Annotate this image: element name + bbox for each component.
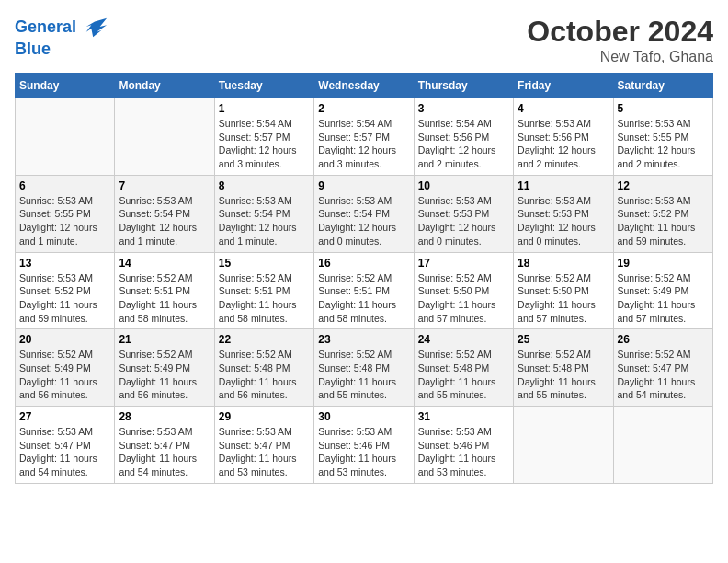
weekday-header: Monday bbox=[115, 74, 214, 98]
title-block: October 2024 New Tafo, Ghana bbox=[527, 15, 713, 65]
day-info: Sunrise: 5:53 AM Sunset: 5:55 PM Dayligh… bbox=[19, 194, 110, 248]
day-info: Sunrise: 5:53 AM Sunset: 5:56 PM Dayligh… bbox=[518, 117, 609, 171]
calendar-cell: 29Sunrise: 5:53 AM Sunset: 5:47 PM Dayli… bbox=[214, 407, 313, 484]
calendar-cell: 3Sunrise: 5:54 AM Sunset: 5:56 PM Daylig… bbox=[414, 98, 513, 176]
calendar-week-row: 1Sunrise: 5:54 AM Sunset: 5:57 PM Daylig… bbox=[16, 98, 713, 176]
calendar-week-row: 13Sunrise: 5:53 AM Sunset: 5:52 PM Dayli… bbox=[16, 252, 713, 329]
calendar-cell: 19Sunrise: 5:52 AM Sunset: 5:49 PM Dayli… bbox=[613, 252, 712, 329]
day-info: Sunrise: 5:53 AM Sunset: 5:47 PM Dayligh… bbox=[219, 425, 310, 479]
day-number: 26 bbox=[618, 333, 709, 346]
day-number: 31 bbox=[418, 410, 509, 423]
weekday-header: Saturday bbox=[613, 74, 712, 98]
day-number: 25 bbox=[518, 333, 609, 346]
day-info: Sunrise: 5:52 AM Sunset: 5:48 PM Dayligh… bbox=[518, 348, 609, 402]
day-info: Sunrise: 5:53 AM Sunset: 5:47 PM Dayligh… bbox=[119, 425, 210, 479]
day-info: Sunrise: 5:52 AM Sunset: 5:48 PM Dayligh… bbox=[418, 348, 509, 402]
calendar-cell: 23Sunrise: 5:52 AM Sunset: 5:48 PM Dayli… bbox=[314, 329, 414, 407]
calendar-cell: 31Sunrise: 5:53 AM Sunset: 5:46 PM Dayli… bbox=[414, 407, 513, 484]
day-number: 3 bbox=[418, 102, 509, 115]
day-number: 6 bbox=[19, 179, 110, 192]
calendar-cell: 21Sunrise: 5:52 AM Sunset: 5:49 PM Dayli… bbox=[115, 329, 214, 407]
day-info: Sunrise: 5:52 AM Sunset: 5:48 PM Dayligh… bbox=[318, 348, 409, 402]
calendar-cell: 5Sunrise: 5:53 AM Sunset: 5:55 PM Daylig… bbox=[613, 98, 712, 176]
month-title: October 2024 bbox=[527, 15, 713, 49]
day-info: Sunrise: 5:53 AM Sunset: 5:53 PM Dayligh… bbox=[518, 194, 609, 248]
calendar-cell: 6Sunrise: 5:53 AM Sunset: 5:55 PM Daylig… bbox=[16, 175, 115, 252]
day-number: 19 bbox=[618, 257, 709, 270]
weekday-header: Wednesday bbox=[314, 74, 414, 98]
day-info: Sunrise: 5:52 AM Sunset: 5:50 PM Dayligh… bbox=[518, 271, 609, 326]
day-number: 30 bbox=[318, 410, 409, 423]
calendar-cell: 22Sunrise: 5:52 AM Sunset: 5:48 PM Dayli… bbox=[214, 329, 313, 407]
weekday-row: SundayMondayTuesdayWednesdayThursdayFrid… bbox=[16, 74, 713, 98]
calendar-cell: 26Sunrise: 5:52 AM Sunset: 5:47 PM Dayli… bbox=[613, 329, 712, 407]
weekday-header: Sunday bbox=[16, 74, 115, 98]
day-number: 4 bbox=[518, 102, 609, 115]
day-number: 27 bbox=[19, 410, 110, 423]
day-info: Sunrise: 5:54 AM Sunset: 5:57 PM Dayligh… bbox=[219, 117, 310, 171]
weekday-header: Friday bbox=[514, 74, 613, 98]
day-number: 20 bbox=[19, 333, 110, 346]
day-info: Sunrise: 5:53 AM Sunset: 5:52 PM Dayligh… bbox=[19, 271, 110, 326]
calendar-cell: 17Sunrise: 5:52 AM Sunset: 5:50 PM Dayli… bbox=[414, 252, 513, 329]
logo-blue: Blue bbox=[15, 40, 51, 58]
day-number: 24 bbox=[418, 333, 509, 346]
calendar-week-row: 20Sunrise: 5:52 AM Sunset: 5:49 PM Dayli… bbox=[16, 329, 713, 407]
day-number: 10 bbox=[418, 179, 509, 192]
calendar-table: SundayMondayTuesdayWednesdayThursdayFrid… bbox=[15, 73, 713, 484]
weekday-header: Thursday bbox=[414, 74, 513, 98]
day-number: 1 bbox=[219, 102, 310, 115]
calendar-cell bbox=[115, 98, 214, 176]
day-info: Sunrise: 5:54 AM Sunset: 5:57 PM Dayligh… bbox=[318, 117, 409, 171]
calendar-body: 1Sunrise: 5:54 AM Sunset: 5:57 PM Daylig… bbox=[16, 98, 713, 484]
day-info: Sunrise: 5:52 AM Sunset: 5:47 PM Dayligh… bbox=[618, 348, 709, 402]
calendar-cell: 8Sunrise: 5:53 AM Sunset: 5:54 PM Daylig… bbox=[214, 175, 313, 252]
location-title: New Tafo, Ghana bbox=[527, 49, 713, 65]
logo: General Blue bbox=[15, 15, 108, 59]
day-number: 13 bbox=[19, 257, 110, 270]
day-info: Sunrise: 5:53 AM Sunset: 5:54 PM Dayligh… bbox=[318, 194, 409, 248]
day-info: Sunrise: 5:53 AM Sunset: 5:47 PM Dayligh… bbox=[19, 425, 110, 479]
calendar-cell: 24Sunrise: 5:52 AM Sunset: 5:48 PM Dayli… bbox=[414, 329, 513, 407]
day-info: Sunrise: 5:53 AM Sunset: 5:46 PM Dayligh… bbox=[318, 425, 409, 479]
calendar-cell bbox=[514, 407, 613, 484]
svg-marker-0 bbox=[86, 18, 107, 38]
day-number: 21 bbox=[119, 333, 210, 346]
calendar-cell: 20Sunrise: 5:52 AM Sunset: 5:49 PM Dayli… bbox=[16, 329, 115, 407]
day-info: Sunrise: 5:52 AM Sunset: 5:49 PM Dayligh… bbox=[618, 271, 709, 326]
calendar-cell: 4Sunrise: 5:53 AM Sunset: 5:56 PM Daylig… bbox=[514, 98, 613, 176]
day-number: 17 bbox=[418, 257, 509, 270]
calendar-cell: 30Sunrise: 5:53 AM Sunset: 5:46 PM Dayli… bbox=[314, 407, 414, 484]
day-info: Sunrise: 5:53 AM Sunset: 5:55 PM Dayligh… bbox=[618, 117, 709, 171]
calendar-cell: 1Sunrise: 5:54 AM Sunset: 5:57 PM Daylig… bbox=[214, 98, 313, 176]
calendar-cell: 28Sunrise: 5:53 AM Sunset: 5:47 PM Dayli… bbox=[115, 407, 214, 484]
day-info: Sunrise: 5:53 AM Sunset: 5:52 PM Dayligh… bbox=[618, 194, 709, 248]
day-number: 9 bbox=[318, 179, 409, 192]
day-info: Sunrise: 5:54 AM Sunset: 5:56 PM Dayligh… bbox=[418, 117, 509, 171]
day-number: 15 bbox=[219, 257, 310, 270]
calendar-cell: 7Sunrise: 5:53 AM Sunset: 5:54 PM Daylig… bbox=[115, 175, 214, 252]
calendar-cell: 2Sunrise: 5:54 AM Sunset: 5:57 PM Daylig… bbox=[314, 98, 414, 176]
day-info: Sunrise: 5:53 AM Sunset: 5:53 PM Dayligh… bbox=[418, 194, 509, 248]
day-info: Sunrise: 5:52 AM Sunset: 5:51 PM Dayligh… bbox=[119, 271, 210, 326]
day-info: Sunrise: 5:52 AM Sunset: 5:50 PM Dayligh… bbox=[418, 271, 509, 326]
calendar-cell: 25Sunrise: 5:52 AM Sunset: 5:48 PM Dayli… bbox=[514, 329, 613, 407]
day-number: 12 bbox=[618, 179, 709, 192]
calendar-cell: 18Sunrise: 5:52 AM Sunset: 5:50 PM Dayli… bbox=[514, 252, 613, 329]
calendar-cell: 12Sunrise: 5:53 AM Sunset: 5:52 PM Dayli… bbox=[613, 175, 712, 252]
day-info: Sunrise: 5:52 AM Sunset: 5:51 PM Dayligh… bbox=[318, 271, 409, 326]
day-number: 11 bbox=[518, 179, 609, 192]
day-info: Sunrise: 5:53 AM Sunset: 5:46 PM Dayligh… bbox=[418, 425, 509, 479]
day-number: 5 bbox=[618, 102, 709, 115]
day-number: 8 bbox=[219, 179, 310, 192]
logo-bird-icon bbox=[83, 15, 108, 40]
day-info: Sunrise: 5:52 AM Sunset: 5:51 PM Dayligh… bbox=[219, 271, 310, 326]
day-number: 29 bbox=[219, 410, 310, 423]
day-info: Sunrise: 5:52 AM Sunset: 5:48 PM Dayligh… bbox=[219, 348, 310, 402]
day-number: 16 bbox=[318, 257, 409, 270]
weekday-header: Tuesday bbox=[214, 74, 313, 98]
calendar-cell: 10Sunrise: 5:53 AM Sunset: 5:53 PM Dayli… bbox=[414, 175, 513, 252]
calendar-cell: 13Sunrise: 5:53 AM Sunset: 5:52 PM Dayli… bbox=[16, 252, 115, 329]
day-number: 28 bbox=[119, 410, 210, 423]
calendar-cell: 9Sunrise: 5:53 AM Sunset: 5:54 PM Daylig… bbox=[314, 175, 414, 252]
